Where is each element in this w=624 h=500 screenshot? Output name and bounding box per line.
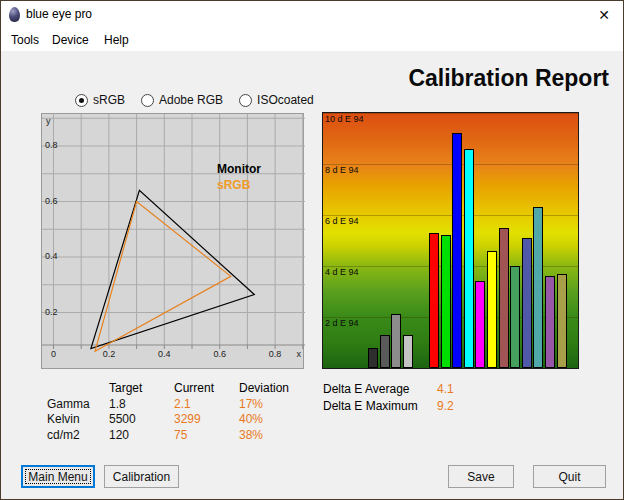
- chart-y-tick-label: 6 d E 94: [325, 216, 359, 226]
- table-header: Target: [109, 381, 174, 397]
- delta-e-bar: [380, 335, 390, 368]
- cie-y-tick: 0.6: [45, 196, 58, 206]
- x-axis-label: x: [297, 349, 302, 359]
- menu-help[interactable]: Help: [101, 32, 132, 48]
- delta-e-bar: [487, 251, 497, 368]
- table-header: Deviation: [239, 381, 319, 397]
- delta-e-bar: [452, 133, 462, 368]
- delta-e-average-value: 4.1: [437, 382, 454, 396]
- quit-button[interactable]: Quit: [533, 465, 606, 488]
- cie-x-tick: 0.8: [266, 349, 284, 359]
- delta-e-summary: Delta E Average4.1 Delta E Maximum9.2: [323, 381, 454, 415]
- delta-e-chart: 10 d E 948 d E 946 d E 944 d E 942 d E 9…: [322, 112, 579, 369]
- table-cell: 1.8: [109, 397, 174, 413]
- radio-isocoated[interactable]: ISOcoated: [239, 93, 314, 107]
- save-button[interactable]: Save: [448, 465, 514, 488]
- table-cell: 40%: [239, 412, 319, 428]
- monitor-gamut-triangle: [91, 190, 254, 348]
- window-title: blue eye pro: [26, 7, 92, 21]
- delta-e-bar: [499, 228, 509, 368]
- delta-e-average-label: Delta E Average: [323, 381, 437, 398]
- cie-y-tick: 0.4: [45, 251, 58, 261]
- delta-e-maximum-label: Delta E Maximum: [323, 398, 437, 415]
- delta-e-bar: [557, 274, 567, 368]
- table-cell: 5500: [109, 412, 174, 428]
- cie-y-tick: 0.2: [45, 307, 58, 317]
- app-icon: [9, 7, 20, 22]
- chart-y-tick-label: 2 d E 94: [325, 318, 359, 328]
- cie-x-tick: 0: [45, 349, 63, 359]
- radio-adobe-rgb[interactable]: Adobe RGB: [141, 93, 223, 107]
- menu-tools[interactable]: Tools: [8, 32, 42, 48]
- delta-e-maximum-row: Delta E Maximum9.2: [323, 398, 454, 415]
- table-header: Current: [174, 381, 239, 397]
- app-window: blue eye pro ✕ Tools Device Help Calibra…: [0, 0, 624, 500]
- menu-device[interactable]: Device: [49, 32, 92, 48]
- stats-table: TargetCurrentDeviationGamma1.82.117%Kelv…: [47, 381, 319, 443]
- cie-y-tick: 0.8: [45, 140, 58, 150]
- delta-e-bar: [475, 281, 485, 368]
- delta-e-maximum-value: 9.2: [437, 399, 454, 413]
- table-cell: 38%: [239, 428, 319, 444]
- chart-y-tick-label: 10 d E 94: [325, 114, 364, 124]
- table-cell: cd/m2: [47, 428, 109, 444]
- srgb-gamut-label: sRGB: [217, 178, 250, 192]
- delta-e-bar: [464, 149, 474, 368]
- table-cell: 75: [174, 428, 239, 444]
- titlebar: blue eye pro ✕: [1, 1, 623, 29]
- cie-x-tick: 0.6: [211, 349, 229, 359]
- chart-y-tick-label: 8 d E 94: [325, 165, 359, 175]
- delta-e-bar: [522, 238, 532, 368]
- delta-e-bar: [391, 314, 401, 368]
- table-cell: 2.1: [174, 397, 239, 413]
- table-cell: 3299: [174, 412, 239, 428]
- page-title: Calibration Report: [408, 65, 609, 92]
- table-header: [47, 381, 109, 397]
- main-menu-button[interactable]: Main Menu: [21, 465, 95, 488]
- delta-e-bar: [510, 266, 520, 368]
- close-icon[interactable]: ✕: [591, 4, 617, 26]
- radio-isocoated-label: ISOcoated: [257, 93, 314, 107]
- delta-e-bar: [545, 276, 555, 368]
- radio-srgb[interactable]: sRGB: [75, 93, 125, 107]
- radio-adobe-rgb-icon[interactable]: [141, 94, 154, 107]
- table-cell: 17%: [239, 397, 319, 413]
- table-cell: Gamma: [47, 397, 109, 413]
- srgb-gamut-triangle: [95, 202, 231, 352]
- gamut-radio-group: sRGB Adobe RGB ISOcoated: [75, 93, 314, 107]
- delta-e-bar: [533, 207, 543, 368]
- table-cell: Kelvin: [47, 412, 109, 428]
- radio-isocoated-icon[interactable]: [239, 94, 252, 107]
- cie-x-tick: 0.4: [155, 349, 173, 359]
- delta-e-bar: [403, 335, 413, 368]
- gamut-triangles: [42, 114, 305, 370]
- cie-x-tick: 0.2: [100, 349, 118, 359]
- radio-srgb-label: sRGB: [93, 93, 125, 107]
- chart-y-tick-label: 4 d E 94: [325, 267, 359, 277]
- table-cell: 120: [109, 428, 174, 444]
- delta-e-bar: [368, 348, 378, 368]
- radio-srgb-icon[interactable]: [75, 94, 88, 107]
- monitor-gamut-label: Monitor: [217, 162, 261, 176]
- y-axis-label: y: [46, 116, 51, 126]
- radio-adobe-rgb-label: Adobe RGB: [159, 93, 223, 107]
- delta-e-average-row: Delta E Average4.1: [323, 381, 454, 398]
- delta-e-bar: [429, 233, 439, 368]
- delta-e-bar: [441, 235, 451, 368]
- cie-diagram: y x Monitor sRGB 0.80.60.40.200.20.40.60…: [41, 113, 304, 369]
- calibration-button[interactable]: Calibration: [104, 465, 179, 488]
- chart-gridline: [323, 164, 578, 165]
- content-area: Calibration Report sRGB Adobe RGB ISOcoa…: [1, 51, 624, 500]
- menubar: Tools Device Help: [1, 29, 623, 51]
